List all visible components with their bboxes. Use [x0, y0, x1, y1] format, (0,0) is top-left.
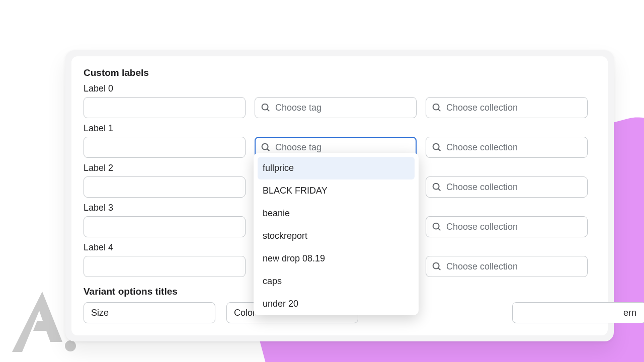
label-0-choose-tag[interactable] — [255, 97, 417, 118]
label-1-input[interactable] — [84, 137, 246, 158]
svg-line-16 — [438, 228, 440, 230]
svg-line-4 — [438, 109, 440, 111]
search-icon — [431, 142, 442, 153]
label-0-choose-collection[interactable] — [426, 97, 588, 118]
svg-point-3 — [433, 104, 439, 110]
label-1-title: Label 1 — [84, 123, 596, 134]
label-1-choose-collection[interactable] — [426, 137, 588, 158]
search-icon — [431, 261, 442, 272]
label-2-choose-collection[interactable] — [426, 176, 588, 198]
tag-dropdown: fullprice BLACK FRIDAY beanie stockrepor… — [254, 153, 419, 315]
label-4-input[interactable] — [84, 256, 246, 277]
label-3-collection-input[interactable] — [446, 217, 582, 237]
label-0-title: Label 0 — [84, 83, 596, 94]
dropdown-item[interactable]: fullprice — [258, 157, 415, 179]
label-4-choose-collection[interactable] — [426, 256, 588, 277]
label-3-input[interactable] — [84, 216, 246, 237]
settings-panel: Custom labels Label 0 Label 1 — [71, 56, 608, 335]
dropdown-item[interactable]: new drop 08.19 — [258, 247, 415, 270]
dropdown-item[interactable]: beanie — [258, 202, 415, 225]
label-3-choose-collection[interactable] — [426, 216, 588, 237]
search-icon — [431, 182, 442, 193]
search-icon — [431, 221, 442, 232]
svg-line-2 — [267, 109, 269, 111]
label-1-collection-input[interactable] — [446, 137, 582, 157]
label-2-collection-input[interactable] — [446, 177, 582, 197]
svg-point-0 — [65, 340, 76, 351]
dropdown-item[interactable]: BLACK FRIDAY — [258, 179, 415, 202]
settings-panel-outer: Custom labels Label 0 Label 1 — [65, 50, 614, 341]
variant-option-3-input[interactable] — [512, 302, 644, 323]
svg-line-6 — [267, 149, 269, 151]
label-0-input[interactable] — [84, 97, 246, 118]
svg-line-20 — [438, 268, 440, 270]
svg-point-19 — [433, 263, 439, 269]
label-0-tag-input[interactable] — [275, 98, 411, 118]
dropdown-item[interactable]: stockreport — [258, 225, 415, 247]
search-icon — [431, 102, 442, 113]
svg-point-7 — [433, 144, 439, 150]
custom-labels-heading: Custom labels — [84, 67, 596, 78]
label-2-input[interactable] — [84, 176, 246, 198]
dropdown-item[interactable]: under 20 — [258, 293, 415, 315]
dropdown-item[interactable]: caps — [258, 270, 415, 293]
label-0-collection-input[interactable] — [446, 98, 582, 118]
label-4-collection-input[interactable] — [446, 256, 582, 277]
svg-line-8 — [438, 149, 440, 151]
svg-point-15 — [433, 223, 439, 229]
svg-point-11 — [433, 184, 439, 190]
variant-option-0-input[interactable] — [84, 302, 215, 323]
svg-point-1 — [262, 104, 268, 110]
label-0-row — [84, 97, 596, 118]
svg-line-12 — [438, 189, 440, 191]
search-icon — [260, 142, 271, 153]
search-icon — [260, 102, 271, 113]
svg-point-5 — [262, 144, 268, 150]
